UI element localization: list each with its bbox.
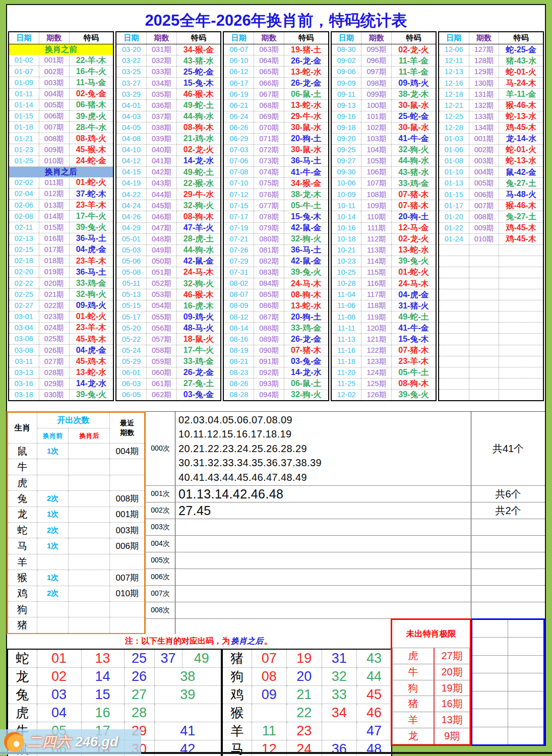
number-cell: 31 bbox=[322, 649, 357, 668]
date-cell: 05-17 bbox=[116, 311, 147, 322]
recent-period-cell: 001期 bbox=[110, 507, 145, 522]
table-row: 04-05038期08-狗-木 bbox=[116, 122, 220, 134]
table-row: 04-01036期49-蛇-土 bbox=[116, 100, 220, 111]
code-cell bbox=[499, 267, 543, 278]
table-row: 01-06002期蛇-01-火 bbox=[439, 145, 543, 156]
date-cell: 03-01 bbox=[9, 311, 39, 322]
column-header-row: 日期期数特码 bbox=[439, 32, 543, 44]
period-cell: 091期 bbox=[254, 356, 284, 367]
date-cell: 02-22 bbox=[9, 278, 39, 288]
table-row: 04-24045期32-狗-火 bbox=[116, 200, 220, 211]
table-row: 02-08014期17-牛-火 bbox=[9, 211, 113, 222]
period-cell: 079期 bbox=[254, 223, 284, 233]
code-column-4: 日期期数特码08-30095期02-龙-火09-02096期11-羊-金09-0… bbox=[331, 31, 437, 401]
period-cell: 051期 bbox=[147, 267, 177, 278]
blue-grid-cell bbox=[508, 709, 543, 726]
period-cell: 003期 bbox=[39, 77, 70, 88]
code-cell: 24-马-木 bbox=[177, 267, 221, 278]
date-cell: 07-17 bbox=[224, 211, 254, 222]
table-row: 08-23092期14-龙-水 bbox=[224, 367, 328, 379]
code-cell: 蛇-01-火 bbox=[499, 145, 543, 155]
limit-period-cell: 27期 bbox=[434, 648, 469, 664]
date-cell: 01-07 bbox=[9, 66, 39, 77]
table-row: 06-01060期26-龙-金 bbox=[116, 367, 220, 379]
number-cell: 19 bbox=[287, 649, 322, 668]
code-cell bbox=[499, 289, 543, 300]
period-cell: 065期 bbox=[254, 67, 284, 77]
after-count-cell bbox=[69, 491, 110, 507]
number-cell: 45 bbox=[357, 686, 392, 704]
date-cell: 12-25 bbox=[439, 111, 469, 122]
stats-row: 狗 bbox=[8, 602, 145, 617]
table-row: 10-23114期39-兔-火 bbox=[332, 256, 436, 267]
date-cell: 07-10 bbox=[224, 178, 254, 188]
code-cell: 06-鼠-土 bbox=[284, 379, 328, 389]
number-cell: 04 bbox=[37, 704, 81, 722]
table-row: 07-12076期38-龙-木 bbox=[224, 189, 328, 200]
blue-grid-cell bbox=[472, 656, 508, 673]
code-cell bbox=[499, 278, 543, 289]
date-cell: 04-01 bbox=[116, 100, 147, 110]
table-row: 08-28094期32-狗-火 bbox=[224, 390, 328, 400]
period-cell: 001期 bbox=[469, 134, 500, 144]
date-cell: 01-21 bbox=[9, 133, 39, 144]
blue-grid-cell bbox=[508, 656, 543, 673]
period-cell bbox=[469, 289, 500, 300]
code-cell: 43-猪-水 bbox=[177, 55, 221, 66]
code-cell bbox=[499, 256, 543, 267]
frequency-row: 008次 bbox=[146, 602, 545, 619]
zodiac-cell: 鸡 bbox=[8, 586, 37, 601]
date-cell: 10-25 bbox=[332, 267, 362, 278]
zodiac-cell: 猪 bbox=[222, 649, 252, 668]
number-cell: 02 bbox=[37, 668, 81, 686]
frequency-row: 001次01.13.14.42.46.48共6个 bbox=[146, 486, 545, 502]
frequency-total: 共6个 bbox=[471, 486, 545, 502]
code-cell: 16-虎-木 bbox=[177, 300, 221, 311]
table-row: 06-12065期13-蛇-水 bbox=[224, 67, 328, 78]
zodiac-cell: 鸡 bbox=[222, 686, 252, 704]
after-change-header: 换肖后 bbox=[69, 428, 110, 444]
period-cell: 119期 bbox=[361, 311, 392, 322]
date-cell bbox=[439, 267, 469, 278]
period-cell: 038期 bbox=[147, 122, 177, 133]
code-cell: 11-马-金 bbox=[70, 77, 113, 88]
table-row: 12-28134期鸡-45-木 bbox=[439, 122, 543, 134]
code-cell: 28-牛-水 bbox=[70, 122, 113, 133]
numbers-line: 02.03.04.05.06.07.08.09 bbox=[178, 413, 471, 427]
period-cell: 118期 bbox=[361, 300, 392, 311]
period-cell: 120期 bbox=[361, 323, 392, 333]
period-cell: 047期 bbox=[147, 223, 177, 233]
recent-period-cell bbox=[110, 459, 145, 475]
table-row: 05-01048期28-虎-土 bbox=[116, 234, 220, 245]
frequency-label: 000次 bbox=[146, 412, 175, 485]
period-cell: 044期 bbox=[147, 189, 177, 200]
table-row: 03-01023期01-蛇-火 bbox=[9, 311, 113, 323]
numbers-line: 27.45 bbox=[178, 505, 471, 517]
limit-row: 龙9期 bbox=[393, 728, 470, 744]
code-cell: 05-牛-土 bbox=[284, 200, 328, 211]
period-cell: 056期 bbox=[147, 323, 177, 333]
number-cell: 32 bbox=[322, 668, 357, 686]
date-cell: 03-25 bbox=[116, 67, 147, 77]
date-cell bbox=[439, 356, 469, 367]
frequency-total bbox=[471, 569, 545, 585]
before-count-cell: 2次 bbox=[37, 491, 69, 507]
number-cell: 14 bbox=[81, 668, 124, 686]
zodiac-cell: 虎 bbox=[8, 475, 37, 490]
date-cell: 07-12 bbox=[224, 189, 254, 200]
number-cell: 07 bbox=[252, 649, 287, 668]
period-cell bbox=[469, 300, 500, 311]
table-row: 06-24069期29-牛-水 bbox=[224, 111, 328, 122]
code-cell: 09-鸡-火 bbox=[177, 311, 221, 322]
zodiac-map-row: 猴223446 bbox=[222, 704, 392, 722]
date-cell: 01-15 bbox=[9, 111, 39, 121]
date-cell: 04-19 bbox=[116, 178, 147, 188]
period-cell: 070期 bbox=[254, 122, 284, 133]
zodiac-cell: 猴 bbox=[8, 570, 37, 586]
code-cell: 39-兔-火 bbox=[392, 390, 436, 400]
date-cell: 09-30 bbox=[332, 167, 362, 177]
period-cell: 017期 bbox=[39, 244, 70, 255]
code-cell: 13-蛇-水 bbox=[284, 300, 328, 311]
table-row: 03-13028期13-蛇-水 bbox=[9, 367, 113, 379]
date-cell: 06-12 bbox=[224, 67, 254, 77]
